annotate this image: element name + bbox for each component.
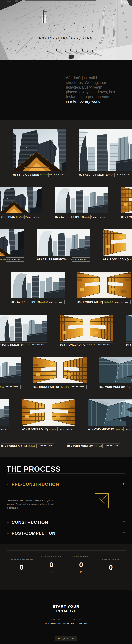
divider: [6, 538, 126, 538]
layers-icon[interactable]: [62, 637, 65, 640]
view-project-button[interactable]: VIEW PROJECT: [36, 444, 54, 448]
stat-value: 0: [20, 564, 23, 571]
project-caption: 02 / AZURE HEIGHTS Dubai, UAE VIEW PROJE…: [79, 172, 132, 178]
project-caption: 02 / AZURE HEIGHTS Dubai, UAE VIEW PROJE…: [0, 384, 21, 391]
stat-structures: STRUCTURES BUILT 0 +: [36, 550, 66, 578]
accordion-item-pre-construction[interactable]: PRE-CONSTRUCTION: [11, 482, 59, 487]
placeholder-frame-icon: [95, 493, 109, 508]
project-image: [126, 315, 132, 341]
project-card: 03 / IRONCLAD HQ Berlin, DE VIEW PROJECT: [60, 315, 113, 348]
project-title: 03 / IRONCLAD HQ: [22, 428, 48, 431]
view-project-button[interactable]: VIEW PROJECT: [69, 385, 87, 389]
project-location: Berlin, DE: [28, 445, 37, 447]
stat-label: PROJECT VALUE: [73, 556, 89, 558]
project-title: 04 / VOID MUSEUM: [126, 343, 132, 346]
stat-awards: GLOBAL AWARDS 0: [96, 550, 126, 578]
projects-section: 01 / THE OBSIDIAN New York, NY VIEW PROJ…: [0, 120, 132, 457]
quote-line: testament to permanence: [66, 94, 123, 99]
start-project-button[interactable]: START YOUR PROJECT: [43, 604, 89, 614]
project-row: 01 / THE OBSIDIAN New York, NY VIEW PROJ…: [0, 129, 132, 179]
view-project-button[interactable]: VIEW PROJECT: [46, 300, 65, 304]
project-caption: 02 / AZURE HEIGHTS Dubai, UAE VIEW PROJE…: [55, 215, 108, 221]
project-title: 02 / AZURE HEIGHTS: [11, 301, 40, 304]
project-location: Tokyo, JP: [127, 386, 132, 388]
view-project-button[interactable]: VIEW PROJECT: [29, 343, 47, 347]
accordion-item-construction[interactable]: CONSTRUCTION: [11, 520, 48, 525]
project-card: 04 / VOID MUSEUM Tokyo, JP VIEW PROJECT: [67, 442, 121, 450]
project-caption: 03 / IRONCLAD HQ Berlin, DE VIEW PROJECT: [60, 342, 113, 348]
stat-project-value: PROJECT VALUE 0 M: [66, 550, 96, 578]
project-title: 03 / IRONCLAD HQ: [121, 216, 132, 219]
accordion-body-text: Feasibility studies, conceptual design, …: [6, 499, 56, 510]
project-image: [79, 129, 132, 171]
project-caption: 01 / THE OBSIDIAN New York, NY VIEW PROJ…: [0, 215, 42, 221]
project-image: [33, 357, 87, 383]
view-project-button[interactable]: VIEW PROJECT: [103, 444, 121, 448]
expand-icon[interactable]: +: [122, 520, 126, 524]
view-project-button[interactable]: VIEW PROJECT: [113, 300, 131, 304]
project-title: 02 / AZURE HEIGHTS: [37, 258, 66, 261]
stat-value: 0: [79, 562, 83, 568]
project-caption: 04 / VOID MUSEUM Tokyo, JP VIEW PROJECT: [67, 444, 121, 450]
project-card: 02 / AZURE HEIGHTS Dubai, UAE VIEW PROJE…: [0, 315, 47, 348]
stat-value: 0: [109, 564, 113, 571]
project-image: [0, 187, 42, 213]
accordion-number: 03: [6, 533, 8, 535]
project-image: [0, 399, 9, 426]
mail-icon[interactable]: [72, 637, 75, 640]
project-title: 02 / AZURE HEIGHTS: [79, 173, 108, 176]
view-project-button[interactable]: VIEW PROJECT: [114, 173, 132, 177]
view-project-button[interactable]: VIEW PROJECT: [0, 427, 9, 432]
project-caption: 04 / VOID MUSEUM Tokyo, JP VIEW PROJECT: [88, 427, 132, 433]
project-row: 01 / THE OBSIDIAN New York, NY VIEW PROJ…: [0, 187, 132, 222]
footer-location: LOCATION 101 Concrete Ave, NY: [62, 619, 90, 624]
project-image: [13, 129, 66, 171]
gears-icon[interactable]: [67, 637, 70, 640]
stats-section: YEARS OF EXCELLENCE 0 STRUCTURES BUILT 0…: [0, 544, 132, 590]
project-image: [88, 399, 132, 426]
view-project-button[interactable]: VIEW PROJECT: [57, 427, 75, 432]
hero-tagline: ENGINEERING LEGACIES: [0, 36, 132, 39]
project-caption: 01 / THE OBSIDIAN New York, NY VIEW PROJ…: [13, 172, 66, 178]
project-caption: 02 / AZURE HEIGHTS Dubai, UAE VIEW PROJE…: [37, 257, 90, 263]
home-icon[interactable]: [58, 637, 60, 640]
project-title: 01 / THE OBSIDIAN: [0, 216, 15, 219]
project-title: 02 / AZURE HEIGHTS: [55, 216, 84, 219]
project-image: [103, 230, 132, 256]
project-caption: 03 / IRONCLAD HQ Berlin, DE VIEW PROJECT: [103, 257, 132, 263]
quote-line: structures. We engineer: [66, 80, 123, 85]
project-image: [0, 230, 24, 256]
location-label: LOCATION: [62, 619, 90, 620]
view-project-button[interactable]: VIEW PROJECT: [48, 173, 66, 177]
project-image: [55, 187, 108, 213]
view-project-button[interactable]: VIEW PROJECT: [90, 215, 108, 219]
project-title: 03 / IRONCLAD HQ: [1, 444, 27, 448]
project-card: 04 / VOID MUSEUM Tokyo, JP VIEW PROJECT: [126, 315, 132, 348]
project-card: 03 / IRONCLAD HQ Berlin, DE VIEW PROJECT: [33, 357, 87, 391]
stat-suffix: +: [50, 570, 52, 574]
project-title: 04 / VOID MUSEUM: [100, 386, 126, 389]
stat-suffix: M: [80, 570, 82, 574]
project-card: 02 / AZURE HEIGHTS Dubai, UAE VIEW PROJE…: [37, 230, 90, 263]
project-title: 03 / IRONCLAD HQ: [60, 343, 86, 346]
expand-icon[interactable]: +: [122, 530, 126, 534]
project-caption: 03 / IRONCLAD HQ Berlin, DE VIEW PROJECT: [1, 444, 54, 450]
accordion-item-post-completion[interactable]: POST-COMPLETION: [11, 531, 55, 536]
view-project-button[interactable]: VIEW PROJECT: [24, 215, 42, 219]
process-title: THE PROCESS: [6, 465, 60, 473]
view-project-button[interactable]: VIEW PROJECT: [124, 427, 132, 432]
project-card: 02 / AZURE HEIGHTS Dubai, UAE VIEW PROJE…: [0, 399, 9, 433]
quote-text: We don't just build structures. We engin…: [66, 76, 123, 104]
project-image: [99, 357, 132, 383]
collapse-icon[interactable]: x: [122, 482, 126, 485]
quote-line: placed, every line drawn, is a: [66, 90, 123, 94]
view-project-button[interactable]: VIEW PROJECT: [6, 257, 24, 262]
view-project-button[interactable]: VIEW PROJECT: [3, 385, 21, 389]
project-caption: 02 / AZURE HEIGHTS Dubai, UAE VIEW PROJE…: [11, 300, 65, 306]
project-title: 03 / IRONCLAD HQ: [103, 258, 129, 261]
view-project-button[interactable]: VIEW PROJECT: [95, 343, 113, 347]
project-location: Berlin, DE: [61, 386, 69, 388]
project-location: Berlin, DE: [49, 428, 58, 430]
project-caption: 04 / VOID MUSEUM Tokyo, JP VIEW PROJECT: [99, 384, 132, 391]
view-project-button[interactable]: VIEW PROJECT: [72, 257, 90, 262]
